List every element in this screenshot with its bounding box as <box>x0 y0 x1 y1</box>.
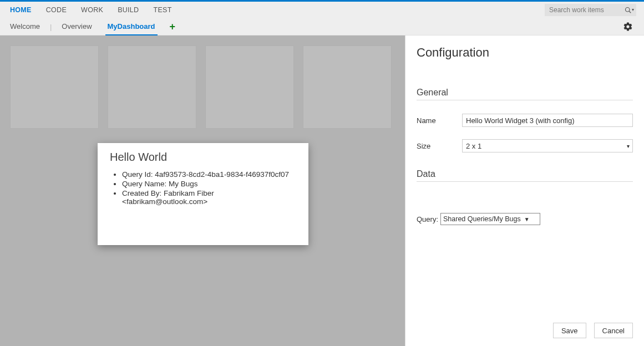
widget-info-list: Query Id: 4af93573-8cd2-4ba1-9834-f46937… <box>110 170 296 206</box>
cancel-button[interactable]: Cancel <box>594 323 633 338</box>
sub-tab-mydashboard[interactable]: MyDashboard <box>100 18 163 35</box>
query-select[interactable]: Shared Queries/My Bugs ▼ <box>440 213 540 225</box>
field-label-size: Size <box>417 142 462 150</box>
widget-title: Hello World <box>110 151 296 164</box>
placeholder-tile <box>10 45 99 129</box>
svg-line-1 <box>629 11 631 13</box>
gear-icon[interactable] <box>623 22 633 32</box>
sub-tab-overview[interactable]: Overview <box>54 18 99 35</box>
nav-tab-home[interactable]: HOME <box>10 6 32 14</box>
name-input[interactable] <box>462 114 633 127</box>
placeholder-row <box>10 45 395 129</box>
sub-tab-welcome[interactable]: Welcome <box>10 18 48 35</box>
header-row-sub: Welcome | Overview MyDashboard + <box>0 18 644 35</box>
search-box-container: ▾ <box>545 4 636 16</box>
add-dashboard-button[interactable]: + <box>163 19 182 34</box>
main-split: Hello World Query Id: 4af93573-8cd2-4ba1… <box>0 35 644 346</box>
hello-world-widget[interactable]: Hello World Query Id: 4af93573-8cd2-4ba1… <box>98 143 308 245</box>
sub-tab-separator: | <box>48 23 54 31</box>
field-row-query: Query: Shared Queries/My Bugs ▼ <box>417 213 633 225</box>
size-select[interactable] <box>462 139 633 152</box>
size-select-wrap[interactable]: ▾ <box>462 139 633 152</box>
header: HOME CODE WORK BUILD TEST ▾ <box>0 2 644 35</box>
config-button-row: Save Cancel <box>417 317 633 338</box>
svg-point-0 <box>626 8 630 12</box>
nav-tab-test[interactable]: TEST <box>153 6 171 14</box>
main-nav-tabs: HOME CODE WORK BUILD TEST <box>10 6 172 14</box>
save-button[interactable]: Save <box>553 323 586 338</box>
search-icon[interactable]: ▾ <box>625 7 634 13</box>
config-panel-title: Configuration <box>417 45 633 60</box>
field-label-name: Name <box>417 116 462 125</box>
nav-tab-build[interactable]: BUILD <box>118 6 139 14</box>
dashboard-canvas: Hello World Query Id: 4af93573-8cd2-4ba1… <box>0 35 405 346</box>
nav-tab-code[interactable]: CODE <box>46 6 67 14</box>
widget-info-item: Query Name: My Bugs <box>122 180 296 188</box>
query-select-value: Shared Queries/My Bugs <box>443 215 521 223</box>
placeholder-tile <box>303 45 392 129</box>
chevron-down-icon: ▼ <box>524 216 530 222</box>
search-input[interactable] <box>545 4 636 16</box>
placeholder-tile <box>108 45 196 129</box>
section-label-data: Data <box>417 169 633 182</box>
sub-nav-tabs: Welcome | Overview MyDashboard + <box>10 18 182 35</box>
placeholder-tile <box>205 45 294 129</box>
field-row-name: Name <box>417 114 633 127</box>
search-caret-icon: ▾ <box>632 8 634 12</box>
configuration-panel: Configuration General Name Size ▾ Data Q… <box>405 35 644 346</box>
field-label-query: Query: <box>417 215 438 223</box>
search-container: ▾ <box>545 4 636 16</box>
nav-tab-work[interactable]: WORK <box>81 6 103 14</box>
header-row-main: HOME CODE WORK BUILD TEST ▾ <box>0 2 644 18</box>
widget-info-item: Created By: Fabrikam Fiber <fabrikam@out… <box>122 189 296 206</box>
config-spacer <box>417 225 633 317</box>
field-row-size: Size ▾ <box>417 139 633 152</box>
widget-info-item: Query Id: 4af93573-8cd2-4ba1-9834-f46937… <box>122 170 296 179</box>
section-label-general: General <box>417 88 633 100</box>
